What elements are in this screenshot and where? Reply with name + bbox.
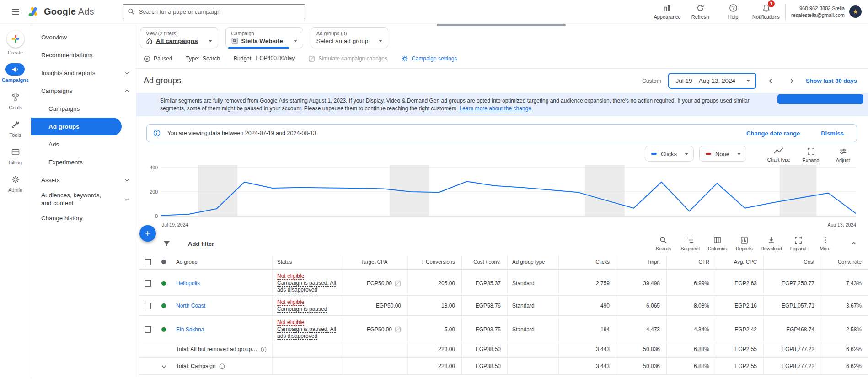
row-checkbox[interactable]: [145, 326, 151, 333]
learn-more-link[interactable]: Learn more about the change: [459, 105, 531, 112]
rail-item-tools[interactable]: Tools: [6, 118, 25, 138]
col-impr[interactable]: Impr.: [616, 254, 666, 269]
col-avg-cpc[interactable]: Avg. CPC: [716, 254, 763, 269]
view-selector[interactable]: View (2 filters) All campaigns: [140, 27, 218, 48]
budget-value[interactable]: EGP400.00/day: [256, 55, 295, 62]
ad-group-link[interactable]: Ein Sokhna: [176, 326, 204, 333]
segment-button[interactable]: Segment: [678, 236, 703, 251]
filter-funnel-icon[interactable]: [163, 240, 171, 248]
col-ad-group-type[interactable]: Ad group type: [507, 254, 558, 269]
col-conv-rate[interactable]: Conv. rate: [821, 254, 868, 269]
dismiss-link[interactable]: Dismiss: [821, 130, 844, 137]
row-checkbox[interactable]: [145, 303, 151, 309]
hamburger-menu-icon[interactable]: [7, 4, 24, 20]
notifications-label: Notifications: [752, 14, 780, 20]
help-label: Help: [728, 14, 739, 20]
campaign-selector[interactable]: Campaign Stella Website: [225, 27, 303, 48]
info-icon[interactable]: [261, 347, 267, 352]
chevron-down-icon: [124, 197, 129, 202]
sidebar-item-assets[interactable]: Assets: [31, 171, 136, 189]
change-date-range-link[interactable]: Change date range: [746, 130, 800, 137]
col-ctr[interactable]: CTR: [666, 254, 716, 269]
sidebar-item-campaigns-section[interactable]: Campaigns: [31, 82, 136, 100]
google-ads-logo[interactable]: Google Ads: [27, 6, 94, 18]
caret-down-icon: [685, 153, 688, 155]
collapse-chart-button[interactable]: [847, 237, 861, 250]
metric-none-dash: [706, 153, 711, 155]
ad-group-selector[interactable]: Ad groups (3) Select an ad group: [311, 27, 388, 48]
ad-group-selector-value: Select an ad group: [316, 38, 368, 44]
ad-group-link[interactable]: Heliopolis: [176, 280, 200, 287]
search-icon: [659, 236, 667, 244]
avatar[interactable]: ★: [849, 5, 862, 18]
date-range-value: Jul 19 – Aug 13, 2024: [675, 77, 735, 84]
sidebar-item-audiences[interactable]: Audiences, keywords, and content: [31, 189, 136, 209]
col-clicks[interactable]: Clicks: [558, 254, 616, 269]
metric-selector-1[interactable]: Clicks: [645, 146, 694, 162]
appearance-button[interactable]: Appearance: [651, 4, 684, 20]
expand-total-button[interactable]: [156, 358, 171, 374]
previous-period-button[interactable]: [764, 74, 777, 88]
refresh-icon: [696, 4, 705, 12]
sidebar-item-experiments[interactable]: Experiments: [31, 153, 136, 171]
page-title: Ad groups: [144, 76, 181, 86]
row-checkbox[interactable]: [145, 280, 151, 287]
columns-button[interactable]: Columns: [705, 236, 730, 251]
rail-item-campaigns[interactable]: Campaigns: [2, 63, 29, 83]
add-ad-group-fab[interactable]: +: [139, 225, 156, 242]
reports-button[interactable]: Reports: [732, 236, 757, 251]
refresh-button[interactable]: Refresh: [684, 4, 717, 20]
status-dot-header-icon[interactable]: [161, 260, 166, 264]
col-cost-conv[interactable]: Cost / conv.: [461, 254, 507, 269]
campaign-budget[interactable]: Budget: EGP400.00/day: [234, 55, 295, 62]
select-all-checkbox[interactable]: [145, 259, 151, 265]
next-period-button[interactable]: [785, 74, 798, 88]
col-cost[interactable]: Cost: [763, 254, 821, 269]
col-conversions[interactable]: ↓Conversions: [407, 254, 461, 269]
notifications-button[interactable]: 1 Notifications: [750, 4, 782, 20]
sidebar-item-campaigns[interactable]: Campaigns: [31, 100, 136, 118]
rail-item-admin[interactable]: Admin: [6, 173, 25, 193]
date-range-picker[interactable]: Jul 19 – Aug 13, 2024: [668, 73, 756, 89]
add-filter-button[interactable]: Add filter: [188, 240, 214, 247]
col-target-cpa[interactable]: Target CPA: [341, 254, 407, 269]
more-button[interactable]: More: [813, 236, 838, 251]
help-button[interactable]: ? Help: [717, 4, 750, 20]
chart-expand-button[interactable]: Expand: [798, 146, 824, 163]
search-input[interactable]: [139, 8, 300, 15]
sidebar-item-insights[interactable]: Insights and reports: [31, 64, 136, 82]
sidebar-item-recommendations[interactable]: Recommendations: [31, 46, 136, 64]
chart-controls: Clicks None Chart type Expand Adjust: [136, 146, 856, 163]
clicks-line-chart: [161, 165, 856, 221]
y-tick-label: 0: [155, 213, 158, 219]
download-button[interactable]: Download: [759, 236, 784, 251]
table-search-button[interactable]: Search: [651, 236, 676, 251]
horizontal-scrollbar[interactable]: [437, 24, 566, 26]
brand-text: Google Ads: [44, 6, 94, 17]
chart-plot-area[interactable]: [161, 165, 856, 221]
main-content: View (2 filters) All campaigns Campaign …: [136, 24, 868, 379]
info-icon[interactable]: [219, 363, 225, 369]
table-expand-button[interactable]: Expand: [786, 236, 811, 251]
sidebar-item-ad-groups[interactable]: Ad groups: [31, 118, 122, 135]
chart-adjust-button[interactable]: Adjust: [830, 146, 856, 163]
col-status[interactable]: Status: [272, 254, 341, 269]
performance-chart: 0200400: [143, 165, 856, 221]
metric-selector-2[interactable]: None: [699, 146, 746, 162]
ad-group-link[interactable]: North Coast: [176, 303, 205, 309]
create-button[interactable]: Create: [7, 30, 24, 55]
col-ad-group[interactable]: Ad group: [171, 254, 272, 269]
global-search[interactable]: [123, 4, 305, 19]
sidebar-item-ads[interactable]: Ads: [31, 135, 136, 153]
rail-item-goals[interactable]: Goals: [6, 91, 25, 110]
rail-item-billing[interactable]: Billing: [6, 146, 25, 165]
campaign-settings-button[interactable]: Campaign settings: [401, 55, 457, 62]
table-toolbar: + Add filter Search Segment Columns: [136, 233, 868, 254]
sidebar-item-change-history[interactable]: Change history: [31, 209, 136, 227]
metric-2-label: None: [715, 151, 729, 157]
view-selector-label: View (2 filters): [146, 31, 212, 36]
chart-type-button[interactable]: Chart type: [766, 146, 792, 162]
chevron-right-icon: [788, 78, 795, 84]
sidebar-item-overview[interactable]: Overview: [31, 28, 136, 46]
show-last-30-days-link[interactable]: Show last 30 days: [806, 77, 857, 84]
